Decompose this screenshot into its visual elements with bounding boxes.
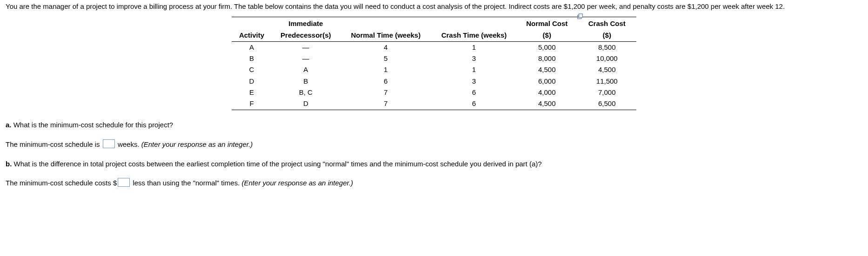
cell-activity: B bbox=[232, 53, 272, 64]
a-post: weeks. bbox=[118, 140, 140, 148]
b-pre: The minimum-cost schedule costs $ bbox=[6, 179, 117, 187]
cell-pred: — bbox=[272, 53, 340, 64]
cell-pred: A bbox=[272, 64, 340, 75]
cell-nt: 6 bbox=[340, 76, 432, 87]
question-a: a. What is the minimum-cost schedule for… bbox=[6, 120, 862, 130]
table-row: A—415,0008,500 bbox=[232, 41, 636, 53]
answer-b-line: The minimum-cost schedule costs $ less t… bbox=[6, 178, 862, 188]
table-row: CA114,5004,500 bbox=[232, 64, 636, 75]
cell-ct: 1 bbox=[432, 64, 516, 75]
hdr-nc-bot: ($) bbox=[516, 30, 578, 42]
cell-activity: F bbox=[232, 98, 272, 110]
b-hint: (Enter your response as an integer.) bbox=[242, 179, 354, 187]
qa-label: a. bbox=[6, 121, 12, 129]
cell-pred: — bbox=[272, 41, 340, 53]
cell-cc: 8,500 bbox=[578, 41, 637, 53]
cell-nc: 4,000 bbox=[516, 87, 578, 98]
table-row: DB636,00011,500 bbox=[232, 76, 636, 87]
cell-ct: 6 bbox=[432, 87, 516, 98]
cell-cc: 6,500 bbox=[578, 98, 637, 110]
cell-nt: 7 bbox=[340, 98, 432, 110]
hdr-pred-top: Immediate bbox=[272, 17, 340, 30]
table-row: B—538,00010,000 bbox=[232, 53, 636, 64]
cell-nt: 1 bbox=[340, 64, 432, 75]
cell-cc: 11,500 bbox=[578, 76, 637, 87]
cell-cc: 7,000 bbox=[578, 87, 637, 98]
problem-intro: You are the manager of a project to impr… bbox=[6, 2, 862, 11]
cell-nc: 8,000 bbox=[516, 53, 578, 64]
popup-icon[interactable] bbox=[577, 13, 583, 22]
cell-nc: 5,000 bbox=[516, 41, 578, 53]
cell-nt: 5 bbox=[340, 53, 432, 64]
cell-ct: 6 bbox=[432, 98, 516, 110]
cell-activity: A bbox=[232, 41, 272, 53]
hdr-ct: Crash Time (weeks) bbox=[432, 30, 516, 42]
answer-a-input[interactable] bbox=[103, 139, 115, 148]
table-row: FD764,5006,500 bbox=[232, 98, 636, 110]
b-post: less than using the "normal" times. bbox=[133, 179, 240, 187]
answer-a-line: The minimum-cost schedule is weeks. (Ent… bbox=[6, 139, 862, 149]
hdr-cc-top: Crash Cost bbox=[578, 17, 637, 30]
cell-activity: D bbox=[232, 76, 272, 87]
cell-cc: 4,500 bbox=[578, 64, 637, 75]
cell-ct: 1 bbox=[432, 41, 516, 53]
cell-pred: B, C bbox=[272, 87, 340, 98]
table-wrapper: Immediate Normal Cost Crash Cost Activit… bbox=[6, 17, 862, 110]
cell-pred: B bbox=[272, 76, 340, 87]
cell-pred: D bbox=[272, 98, 340, 110]
cell-nc: 4,500 bbox=[516, 64, 578, 75]
cell-nt: 7 bbox=[340, 87, 432, 98]
hdr-cc-bot: ($) bbox=[578, 30, 637, 42]
hdr-nc-top: Normal Cost bbox=[516, 17, 578, 30]
cell-ct: 3 bbox=[432, 53, 516, 64]
cell-nt: 4 bbox=[340, 41, 432, 53]
answer-b-input[interactable] bbox=[118, 178, 130, 187]
cell-cc: 10,000 bbox=[578, 53, 637, 64]
cell-ct: 3 bbox=[432, 76, 516, 87]
cell-nc: 6,000 bbox=[516, 76, 578, 87]
activity-table: Immediate Normal Cost Crash Cost Activit… bbox=[232, 17, 636, 110]
a-pre: The minimum-cost schedule is bbox=[6, 140, 100, 148]
a-hint: (Enter your response as an integer.) bbox=[141, 140, 253, 148]
cell-activity: C bbox=[232, 64, 272, 75]
qb-text: What is the difference in total project … bbox=[14, 160, 542, 168]
qb-label: b. bbox=[6, 160, 12, 168]
hdr-activity: Activity bbox=[232, 30, 272, 42]
svg-rect-1 bbox=[579, 14, 582, 18]
cell-nc: 4,500 bbox=[516, 98, 578, 110]
question-b: b. What is the difference in total proje… bbox=[6, 159, 862, 169]
cell-activity: E bbox=[232, 87, 272, 98]
table-body: A—415,0008,500B—538,00010,000CA114,5004,… bbox=[232, 41, 636, 110]
hdr-nt: Normal Time (weeks) bbox=[340, 30, 432, 42]
hdr-pred-bot: Predecessor(s) bbox=[272, 30, 340, 42]
table-row: EB, C764,0007,000 bbox=[232, 87, 636, 98]
qa-text: What is the minimum-cost schedule for th… bbox=[13, 121, 173, 129]
